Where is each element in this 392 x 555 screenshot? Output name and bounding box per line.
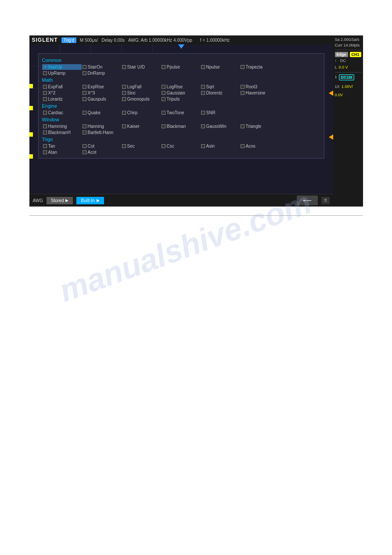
- item-twotone-label: TwoTone: [167, 110, 184, 115]
- item-dlorentz[interactable]: Dlorentz: [200, 90, 240, 96]
- item-snr[interactable]: SNR: [200, 110, 240, 116]
- item-sqrt-checkbox: [201, 85, 205, 89]
- item-snr-label: SNR: [206, 110, 216, 115]
- item-cardiac-label: Cardiac: [48, 110, 63, 115]
- dc1m-badge: DC1M: [339, 74, 355, 80]
- item-chirp-checkbox: [122, 111, 126, 115]
- item-hamming[interactable]: Hamming: [42, 123, 82, 129]
- item-lorantz-label: Lorantz: [48, 97, 63, 102]
- item-gaussian[interactable]: Gaussian: [161, 90, 200, 96]
- item-bartletthann[interactable]: Bartlett-Hann: [82, 130, 121, 135]
- item-acot[interactable]: Acot: [82, 149, 121, 155]
- item-haversine[interactable]: Haversine: [240, 90, 279, 96]
- section-engine: Engine Cardiac Quake: [42, 103, 320, 116]
- item-quake[interactable]: Quake: [82, 110, 121, 116]
- item-root3[interactable]: Root3: [240, 84, 279, 90]
- l-label: L: [335, 65, 337, 70]
- item-dnramp[interactable]: DnRamp: [82, 70, 121, 76]
- item-gauspuls[interactable]: Gauspuls: [82, 96, 121, 102]
- rp-trigger-row: Edge CH1 ↑ DC L 0.0 V: [335, 52, 361, 70]
- item-logfall-label: LogFall: [127, 84, 142, 89]
- item-kaiser[interactable]: Kaiser: [121, 123, 161, 129]
- marker-label-2: 2: [30, 85, 32, 89]
- back-arrow-icon: ⟵: [303, 197, 312, 204]
- window-row-2: BlackmanH Bartlett-Hann: [42, 130, 320, 135]
- item-acos[interactable]: Acos: [240, 143, 279, 149]
- item-expfall[interactable]: ExpFall: [42, 84, 82, 90]
- item-xp3[interactable]: X^3: [82, 90, 121, 96]
- item-gmonopuls-label: Gmonopuls: [127, 97, 150, 102]
- item-exprise[interactable]: ExpRise: [82, 84, 121, 90]
- item-upramp[interactable]: UpRamp: [42, 70, 82, 76]
- math-row-1: ExpFall ExpRise LogFall: [42, 84, 320, 90]
- section-math: Math ExpFall ExpRise: [42, 77, 320, 102]
- item-lorantz[interactable]: Lorantz: [42, 96, 82, 102]
- brand-label: SIGLENT: [32, 37, 58, 43]
- item-logfall[interactable]: LogFall: [121, 84, 161, 90]
- item-sec[interactable]: Sec: [121, 143, 161, 149]
- item-stairon[interactable]: StairOn: [82, 64, 121, 70]
- item-upramp-label: UpRamp: [48, 71, 65, 76]
- item-root3-checkbox: [241, 85, 245, 89]
- item-stairon-label: StairOn: [88, 65, 103, 69]
- section-title-math: Math: [42, 77, 320, 83]
- item-gmonopuls[interactable]: Gmonopuls: [121, 96, 161, 102]
- item-kaiser-label: Kaiser: [127, 124, 140, 129]
- item-stair-uo[interactable]: Stair U/D: [121, 64, 161, 70]
- item-cot[interactable]: Cot: [82, 143, 121, 149]
- item-stair-uo-checkbox: [122, 65, 126, 69]
- item-gausswin[interactable]: GaussWin: [200, 123, 240, 129]
- item-sinc[interactable]: Sinc: [121, 90, 161, 96]
- item-triangle[interactable]: Triangle: [240, 123, 279, 129]
- item-tan-label: Tan: [48, 144, 55, 149]
- item-xp2[interactable]: X^2: [42, 90, 82, 96]
- item-dlorentz-label: Dlorentz: [206, 91, 223, 95]
- common-row-2: UpRamp DnRamp: [42, 70, 320, 76]
- item-cardiac[interactable]: Cardiac: [42, 110, 82, 116]
- item-gmonopuls-checkbox: [122, 97, 126, 101]
- item-chirp[interactable]: Chirp: [121, 110, 161, 116]
- item-npulse[interactable]: Npulse: [200, 64, 240, 70]
- item-csc-label: Csc: [167, 144, 174, 149]
- menu-icon-button[interactable]: ⠿: [321, 197, 330, 204]
- item-twotone[interactable]: TwoTone: [161, 110, 200, 116]
- probe-label: 1X: [335, 84, 340, 89]
- item-quake-label: Quake: [88, 110, 101, 115]
- item-asin[interactable]: Asin: [200, 143, 240, 149]
- left-marker-2: [29, 106, 33, 110]
- top-marker: [178, 44, 184, 49]
- item-gauspuls-checkbox: [83, 97, 86, 101]
- item-sqrt[interactable]: Sqrt: [200, 84, 240, 90]
- section-title-window: Window: [42, 117, 320, 122]
- item-cardiac-checkbox: [43, 111, 47, 115]
- scope-main: SIGLENT Trig'd M 500μs/ Delay 0.00s AWG:…: [29, 36, 333, 207]
- item-blackman-label: Blackman: [167, 124, 186, 129]
- item-sqrt-label: Sqrt: [206, 84, 214, 89]
- item-logrise-checkbox: [162, 85, 165, 89]
- item-twotone-checkbox: [162, 111, 165, 115]
- item-tan[interactable]: Tan: [42, 143, 82, 149]
- trigger-sym: ↑: [335, 58, 337, 64]
- item-csc[interactable]: Csc: [161, 143, 200, 149]
- item-blackman[interactable]: Blackman: [161, 123, 200, 129]
- item-tripuls-label: Tripuls: [167, 97, 180, 102]
- math-row-2: X^2 X^3 Sinc: [42, 90, 320, 96]
- item-atan[interactable]: Atan: [42, 149, 82, 155]
- stored-button[interactable]: Stored ▶: [47, 197, 73, 204]
- item-blackmanh[interactable]: BlackmanH: [42, 130, 82, 135]
- item-ppulse[interactable]: Ppulse: [161, 64, 200, 70]
- item-trapezia[interactable]: Trapezia: [240, 64, 279, 70]
- item-logfall-checkbox: [122, 85, 126, 89]
- item-stairup[interactable]: ↗ StairUp: [42, 64, 82, 70]
- item-kaiser-checkbox: [122, 124, 126, 128]
- section-title-trigo: Trigo: [42, 137, 320, 142]
- item-gausswin-checkbox: [201, 124, 205, 128]
- timebase-text: M 500μs/: [80, 38, 98, 43]
- item-logrise[interactable]: LogRise: [161, 84, 200, 90]
- item-hanning[interactable]: Hanning: [82, 123, 121, 129]
- item-npulse-label: Npulse: [206, 65, 220, 69]
- item-trapezia-label: Trapezia: [246, 65, 263, 69]
- back-button[interactable]: ⟵: [297, 196, 318, 205]
- builtin-button[interactable]: Built-In ▶: [76, 197, 104, 204]
- item-tripuls[interactable]: Tripuls: [161, 96, 200, 102]
